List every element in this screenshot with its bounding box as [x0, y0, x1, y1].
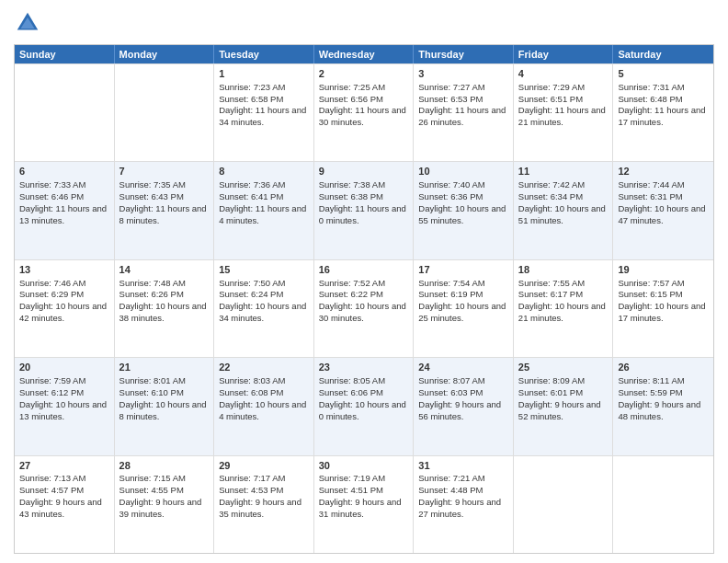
calendar-body: 1Sunrise: 7:23 AMSunset: 6:58 PMDaylight… [15, 63, 713, 553]
sunset: Sunset: 6:03 PM [418, 387, 483, 397]
sunset: Sunset: 4:55 PM [119, 485, 184, 495]
calendar-header: SundayMondayTuesdayWednesdayThursdayFrid… [15, 45, 713, 63]
sunset: Sunset: 6:48 PM [618, 94, 682, 104]
sunrise: Sunrise: 7:27 AM [418, 82, 484, 92]
day-cell-10: 10Sunrise: 7:40 AMSunset: 6:36 PMDayligh… [414, 162, 514, 259]
day-number: 18 [518, 263, 609, 277]
daylight: Daylight: 9 hours and 56 minutes. [418, 399, 501, 421]
header [14, 9, 714, 37]
day-number: 28 [119, 459, 210, 473]
sunrise: Sunrise: 7:23 AM [219, 82, 285, 92]
day-cell-20: 20Sunrise: 7:59 AMSunset: 6:12 PMDayligh… [15, 358, 115, 454]
sunrise: Sunrise: 7:59 AM [19, 375, 85, 385]
sunset: Sunset: 6:53 PM [418, 94, 483, 104]
day-cell-18: 18Sunrise: 7:55 AMSunset: 6:17 PMDayligh… [514, 260, 614, 357]
sunrise: Sunrise: 8:07 AM [418, 375, 484, 385]
sunset: Sunset: 6:17 PM [518, 289, 583, 299]
daylight: Daylight: 11 hours and 0 minutes. [319, 203, 406, 225]
daylight: Daylight: 10 hours and 0 minutes. [319, 399, 406, 421]
daylight: Daylight: 11 hours and 21 minutes. [518, 105, 606, 127]
daylight: Daylight: 11 hours and 13 minutes. [19, 203, 107, 225]
daylight: Daylight: 9 hours and 52 minutes. [518, 399, 601, 421]
day-cell-16: 16Sunrise: 7:52 AMSunset: 6:22 PMDayligh… [314, 260, 415, 357]
sunset: Sunset: 6:41 PM [219, 191, 283, 201]
day-cell-13: 13Sunrise: 7:46 AMSunset: 6:29 PMDayligh… [15, 260, 115, 357]
sunset: Sunset: 4:53 PM [219, 485, 283, 495]
day-cell-21: 21Sunrise: 8:01 AMSunset: 6:10 PMDayligh… [115, 358, 215, 454]
sunrise: Sunrise: 7:54 AM [418, 278, 484, 288]
day-cell-24: 24Sunrise: 8:07 AMSunset: 6:03 PMDayligh… [414, 358, 514, 454]
sunset: Sunset: 6:31 PM [618, 191, 682, 201]
daylight: Daylight: 10 hours and 25 minutes. [418, 301, 506, 323]
day-cell-8: 8Sunrise: 7:36 AMSunset: 6:41 PMDaylight… [214, 162, 314, 259]
sunset: Sunset: 6:15 PM [618, 289, 682, 299]
daylight: Daylight: 10 hours and 13 minutes. [19, 399, 107, 421]
sunset: Sunset: 6:10 PM [119, 387, 184, 397]
day-number: 4 [518, 67, 609, 81]
sunrise: Sunrise: 7:25 AM [319, 82, 385, 92]
daylight: Daylight: 10 hours and 47 minutes. [618, 203, 705, 225]
sunrise: Sunrise: 7:44 AM [618, 179, 684, 190]
sunrise: Sunrise: 7:13 AM [19, 473, 85, 483]
daylight: Daylight: 11 hours and 30 minutes. [319, 105, 406, 127]
sunrise: Sunrise: 7:46 AM [19, 278, 85, 288]
sunrise: Sunrise: 7:57 AM [618, 278, 684, 288]
header-day-saturday: Saturday [613, 45, 713, 63]
day-cell-29: 29Sunrise: 7:17 AMSunset: 4:53 PMDayligh… [214, 456, 314, 553]
calendar-row-1: 1Sunrise: 7:23 AMSunset: 6:58 PMDaylight… [15, 63, 713, 161]
sunrise: Sunrise: 8:11 AM [618, 375, 684, 385]
sunrise: Sunrise: 7:15 AM [119, 473, 186, 483]
header-day-friday: Friday [514, 45, 614, 63]
sunset: Sunset: 6:01 PM [518, 387, 583, 397]
calendar: SundayMondayTuesdayWednesdayThursdayFrid… [14, 44, 714, 554]
header-day-wednesday: Wednesday [314, 45, 415, 63]
sunrise: Sunrise: 8:01 AM [119, 375, 186, 385]
empty-cell [514, 456, 614, 553]
day-cell-12: 12Sunrise: 7:44 AMSunset: 6:31 PMDayligh… [613, 162, 713, 259]
day-number: 14 [119, 263, 210, 277]
sunrise: Sunrise: 8:09 AM [518, 375, 585, 385]
sunrise: Sunrise: 7:48 AM [119, 278, 186, 288]
header-day-thursday: Thursday [414, 45, 514, 63]
day-number: 16 [319, 263, 409, 277]
day-cell-6: 6Sunrise: 7:33 AMSunset: 6:46 PMDaylight… [15, 162, 115, 259]
day-number: 8 [219, 165, 309, 178]
day-cell-3: 3Sunrise: 7:27 AMSunset: 6:53 PMDaylight… [414, 64, 514, 161]
daylight: Daylight: 11 hours and 17 minutes. [618, 105, 705, 127]
sunrise: Sunrise: 8:05 AM [319, 375, 385, 385]
day-cell-30: 30Sunrise: 7:19 AMSunset: 4:51 PMDayligh… [314, 456, 415, 553]
daylight: Daylight: 9 hours and 31 minutes. [319, 497, 402, 519]
sunrise: Sunrise: 7:50 AM [219, 278, 285, 288]
daylight: Daylight: 10 hours and 34 minutes. [219, 301, 306, 323]
day-number: 21 [119, 361, 210, 374]
daylight: Daylight: 10 hours and 30 minutes. [319, 301, 406, 323]
day-number: 7 [119, 165, 210, 178]
daylight: Daylight: 11 hours and 4 minutes. [219, 203, 306, 225]
daylight: Daylight: 11 hours and 8 minutes. [119, 203, 207, 225]
day-number: 20 [19, 361, 109, 374]
sunset: Sunset: 6:12 PM [19, 387, 84, 397]
day-number: 1 [219, 67, 309, 81]
calendar-row-2: 6Sunrise: 7:33 AMSunset: 6:46 PMDaylight… [15, 161, 713, 259]
sunset: Sunset: 6:34 PM [518, 191, 583, 201]
sunrise: Sunrise: 7:21 AM [418, 473, 484, 483]
day-cell-7: 7Sunrise: 7:35 AMSunset: 6:43 PMDaylight… [115, 162, 215, 259]
header-day-monday: Monday [115, 45, 215, 63]
day-number: 5 [618, 67, 709, 81]
daylight: Daylight: 9 hours and 27 minutes. [418, 497, 501, 519]
empty-cell [613, 456, 713, 553]
day-number: 29 [219, 459, 309, 473]
sunrise: Sunrise: 7:38 AM [319, 179, 385, 190]
sunset: Sunset: 6:26 PM [119, 289, 184, 299]
calendar-row-4: 20Sunrise: 7:59 AMSunset: 6:12 PMDayligh… [15, 357, 713, 454]
sunrise: Sunrise: 8:03 AM [219, 375, 285, 385]
sunset: Sunset: 6:43 PM [119, 191, 184, 201]
sunset: Sunset: 6:56 PM [319, 94, 383, 104]
day-number: 3 [418, 67, 508, 81]
calendar-row-5: 27Sunrise: 7:13 AMSunset: 4:57 PMDayligh… [15, 455, 713, 553]
day-cell-2: 2Sunrise: 7:25 AMSunset: 6:56 PMDaylight… [314, 64, 415, 161]
sunset: Sunset: 6:51 PM [518, 94, 583, 104]
day-number: 26 [618, 361, 709, 374]
sunset: Sunset: 4:51 PM [319, 485, 383, 495]
logo-icon [14, 9, 41, 37]
